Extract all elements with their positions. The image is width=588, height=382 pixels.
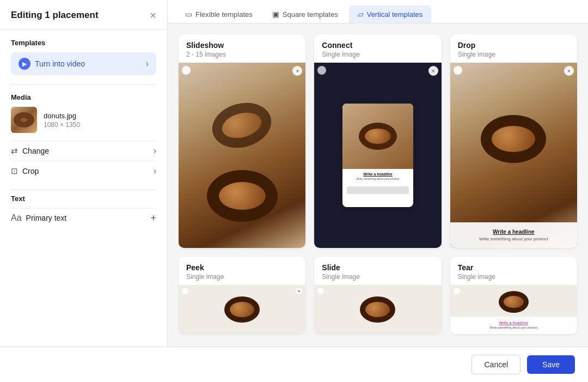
- crop-label: Crop: [22, 167, 39, 175]
- thumbnail-donut: [14, 112, 34, 128]
- connect-header: Connect Single image: [314, 34, 441, 63]
- connect-phone-mockup: Write a headline Write something about y…: [342, 104, 413, 207]
- primary-text-left: Aa Primary text: [11, 213, 66, 223]
- drop-dots: [454, 66, 462, 75]
- drop-name: Drop: [458, 41, 569, 50]
- template-card-drop[interactable]: Drop Single image × Write a headline Wri…: [450, 34, 577, 248]
- peek-name: Peek: [186, 263, 298, 272]
- save-button[interactable]: Save: [527, 355, 575, 374]
- connect-mockup-text: Write a headline Write something about y…: [342, 169, 413, 184]
- crop-action[interactable]: ⊡ Crop ›: [11, 161, 156, 181]
- flexible-icon: ▭: [185, 10, 192, 19]
- connect-headline: Write a headline: [347, 172, 409, 176]
- drop-headline: Write a headline: [458, 229, 569, 235]
- turn-into-video-left: ▶ Turn into video: [19, 58, 85, 70]
- text-section: Text Aa Primary text +: [0, 190, 167, 232]
- templates-label: Templates: [11, 39, 156, 47]
- bottom-bar: Cancel Save: [0, 347, 588, 382]
- template-card-slide[interactable]: Slide Single image: [314, 257, 441, 334]
- change-action[interactable]: ⇄ Change ›: [11, 141, 156, 161]
- square-label: Square templates: [283, 10, 338, 19]
- template-card-connect[interactable]: Connect Single image × Write a headline: [314, 34, 441, 248]
- media-thumbnail: [11, 107, 37, 133]
- slideshow-img: [179, 63, 305, 248]
- slideshow-dots: [182, 66, 191, 75]
- add-primary-text-button[interactable]: +: [150, 213, 156, 223]
- tab-square[interactable]: ▣ Square templates: [264, 5, 347, 23]
- flexible-label: Flexible templates: [195, 10, 253, 19]
- connect-close-icon: ×: [428, 66, 438, 76]
- main-content: ▭ Flexible templates ▣ Square templates …: [168, 0, 588, 347]
- donut-front: [207, 170, 278, 222]
- connect-cta-btn: [347, 186, 409, 194]
- vertical-icon: ▱: [358, 10, 364, 19]
- peek-preview: ×: [179, 285, 305, 334]
- modal-title: Editing 1 placement: [11, 10, 99, 21]
- media-filename: donuts.jpg: [44, 112, 80, 120]
- tear-donut: [499, 291, 529, 313]
- slide-dots: [317, 288, 324, 294]
- connect-mockup-img: [342, 104, 413, 169]
- change-icon: ⇄: [11, 146, 18, 156]
- slide-header: Slide Single image: [314, 257, 441, 285]
- primary-text-icon: Aa: [11, 213, 22, 223]
- turn-into-video-button[interactable]: ▶ Turn into video ›: [11, 52, 156, 75]
- media-section: Media donuts.jpg 1080 × 1350 ⇄ Change: [0, 84, 167, 190]
- connect-subtext: Write something about your product: [347, 177, 409, 181]
- media-label: Media: [11, 93, 156, 101]
- primary-text-label: Primary text: [26, 214, 67, 222]
- slide-donut: [360, 296, 395, 323]
- slideshow-desc: 2 - 15 images: [186, 51, 298, 58]
- vertical-label: Vertical templates: [367, 10, 423, 19]
- drop-close-icon: ×: [564, 66, 574, 76]
- change-chevron-icon: ›: [154, 146, 156, 156]
- media-dimensions: 1080 × 1350: [44, 121, 80, 129]
- video-icon: ▶: [19, 58, 30, 70]
- peek-close-icon: ×: [296, 288, 302, 294]
- connect-mockup-donut: [359, 123, 397, 150]
- crop-action-left: ⊡ Crop: [11, 166, 39, 176]
- peek-desc: Single image: [186, 273, 298, 281]
- drop-subtext: Write something about your product: [458, 237, 569, 241]
- templates-grid: Slideshow 2 - 15 images ×: [168, 23, 588, 347]
- peek-header: Peek Single image: [179, 257, 305, 285]
- drop-img: [450, 63, 577, 248]
- connect-name: Connect: [322, 41, 433, 50]
- tab-flexible[interactable]: ▭ Flexible templates: [176, 5, 261, 23]
- cancel-button[interactable]: Cancel: [471, 355, 520, 374]
- template-card-slideshow[interactable]: Slideshow 2 - 15 images ×: [179, 34, 305, 248]
- tear-text-overlay: Write a headline Write something about y…: [450, 317, 577, 334]
- modal: Editing 1 placement × Templates ▶ Turn i…: [0, 0, 588, 382]
- tab-vertical[interactable]: ▱ Vertical templates: [349, 5, 432, 23]
- turn-into-video-label: Turn into video: [35, 59, 85, 68]
- primary-text-row: Aa Primary text +: [11, 208, 156, 227]
- template-card-peek[interactable]: Peek Single image ×: [179, 257, 305, 334]
- tear-subtext: Write something about your product: [455, 326, 573, 330]
- slide-name: Slide: [322, 263, 433, 272]
- square-icon: ▣: [272, 10, 279, 19]
- templates-section: Templates ▶ Turn into video ›: [0, 30, 167, 84]
- tear-preview: Write a headline Write something about y…: [450, 285, 577, 334]
- modal-body: Editing 1 placement × Templates ▶ Turn i…: [0, 0, 588, 347]
- drop-header: Drop Single image: [450, 34, 577, 63]
- close-button[interactable]: ×: [150, 10, 156, 21]
- tear-headline: Write a headline: [455, 321, 573, 325]
- crop-chevron-icon: ›: [154, 166, 156, 176]
- tear-dots: [454, 288, 460, 294]
- media-meta: donuts.jpg 1080 × 1350: [44, 112, 80, 129]
- donut-back: [207, 96, 276, 154]
- media-info: donuts.jpg 1080 × 1350: [11, 107, 156, 133]
- template-card-tear[interactable]: Tear Single image Write a headline Write…: [450, 257, 577, 334]
- sidebar: Editing 1 placement × Templates ▶ Turn i…: [0, 0, 168, 347]
- crop-icon: ⊡: [11, 166, 18, 176]
- tear-name: Tear: [458, 263, 569, 272]
- slide-desc: Single image: [322, 273, 433, 281]
- text-label: Text: [11, 195, 156, 203]
- connect-dots: [317, 66, 326, 75]
- drop-text-overlay: Write a headline Write something about y…: [450, 222, 577, 248]
- change-label: Change: [22, 147, 49, 155]
- slideshow-name: Slideshow: [186, 41, 298, 50]
- tabs-bar: ▭ Flexible templates ▣ Square templates …: [168, 0, 588, 23]
- peek-donut: [224, 296, 260, 323]
- tear-desc: Single image: [458, 273, 569, 281]
